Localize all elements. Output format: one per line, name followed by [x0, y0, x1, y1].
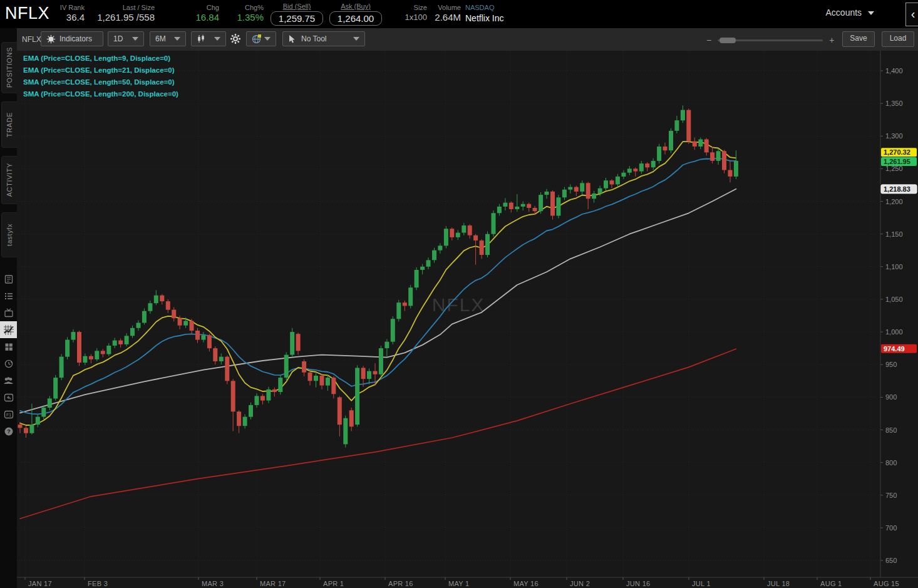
svg-text:1,100: 1,100 — [885, 263, 903, 271]
svg-text:1,350: 1,350 — [885, 100, 903, 107]
svg-text:MAR 17: MAR 17 — [260, 580, 286, 587]
exchange-block: NASDAQ Netflix Inc — [465, 4, 503, 23]
exchange-name: NASDAQ — [465, 4, 503, 11]
legend-sma200[interactable]: SMA (Price=CLOSE, Length=200, Displace=0… — [23, 88, 178, 100]
price-label-ema9: 1,270.32 — [881, 148, 917, 157]
help-icon[interactable]: ? — [0, 423, 17, 440]
sidebar-tab-activity-label: ACTIVITY — [6, 163, 13, 197]
zoom-slider[interactable] — [718, 39, 823, 41]
chart-icon[interactable] — [0, 321, 17, 338]
journal-icon[interactable] — [0, 271, 17, 287]
zoom-control: − + — [706, 35, 834, 45]
legend-ema9[interactable]: EMA (Price=CLOSE, Length=9, Displace=0) — [23, 53, 178, 64]
volume-value: 2.64M — [430, 11, 461, 24]
chg-label: Chg — [182, 4, 219, 11]
list-icon[interactable] — [0, 287, 17, 304]
sma50-line — [20, 189, 736, 413]
chevron-down-icon — [132, 37, 138, 41]
svg-text:JUN 16: JUN 16 — [626, 580, 650, 587]
load-button[interactable]: Load — [882, 31, 914, 47]
chg-pct-value: 1.35% — [226, 11, 264, 24]
toolbar-symbol: NFLX — [22, 35, 41, 44]
sidebar-tab-activity[interactable]: ACTIVITY — [1, 156, 17, 204]
f1-icon[interactable]: F1 — [0, 406, 17, 423]
range-dropdown[interactable]: 6M — [150, 31, 186, 46]
candles-layer — [18, 105, 738, 447]
drawing-tool-value: No Tool — [301, 34, 326, 43]
chevron-down-icon — [868, 11, 874, 15]
bid-sell-button[interactable]: 1,259.75 — [271, 11, 323, 26]
sidebar-tab-tastyfx[interactable]: tastyfx — [1, 212, 17, 257]
company-name: Netflix Inc — [465, 13, 503, 23]
last-size-value: 1,261.95 /558 — [94, 11, 155, 24]
svg-text:650: 650 — [885, 557, 897, 564]
svg-text:750: 750 — [885, 492, 897, 499]
timeframe-dropdown[interactable]: 1D — [108, 31, 144, 46]
grid-icon[interactable] — [0, 338, 17, 355]
svg-text:AUG 15: AUG 15 — [874, 580, 899, 587]
ask-buy-button[interactable]: 1,264.00 — [329, 11, 382, 26]
last-size-label: Last / Size — [94, 4, 155, 11]
accounts-label: Accounts — [826, 8, 862, 18]
volume-column: Volume 2.64M — [430, 4, 461, 24]
undo-icon[interactable] — [0, 389, 17, 406]
history-icon[interactable] — [0, 355, 17, 372]
svg-text:1,300: 1,300 — [885, 132, 903, 140]
bid-label: Bid (Sell) — [268, 3, 326, 10]
svg-text:F1: F1 — [6, 413, 11, 417]
candlestick-chart-canvas[interactable]: 6507007508008509009501,0001,0501,1001,15… — [17, 51, 918, 588]
svg-text:AUG 1: AUG 1 — [820, 580, 842, 587]
people-icon[interactable] — [0, 372, 17, 389]
iv-rank-column: IV Rank 36.4 — [44, 4, 85, 24]
indicators-label: Indicators — [59, 34, 92, 43]
svg-text:JAN 17: JAN 17 — [28, 580, 52, 587]
svg-text:800: 800 — [885, 459, 897, 467]
svg-text:1,270.32: 1,270.32 — [884, 148, 910, 156]
svg-text:1,200: 1,200 — [885, 198, 903, 205]
yellow-badge — [258, 34, 261, 38]
compare-dropdown[interactable] — [246, 31, 276, 46]
svg-text:MAY 1: MAY 1 — [448, 580, 470, 587]
svg-text:950: 950 — [885, 361, 897, 368]
iv-rank-label: IV Rank — [44, 4, 85, 11]
legend-ema21[interactable]: EMA (Price=CLOSE, Length=21, Displace=0) — [23, 64, 178, 76]
monitor-icon[interactable] — [0, 304, 17, 321]
chevron-down-icon — [264, 37, 271, 41]
chart-settings-button[interactable] — [230, 33, 241, 47]
sidebar-tab-trade-label: TRADE — [6, 112, 13, 137]
svg-text:JUN 2: JUN 2 — [570, 580, 590, 587]
svg-text:1,000: 1,000 — [885, 328, 903, 336]
chg-pct-label: Chg% — [226, 4, 264, 11]
legend-sma50[interactable]: SMA (Price=CLOSE, Length=50, Displace=0) — [23, 76, 178, 88]
sidebar-tab-positions[interactable]: POSITIONS — [1, 42, 17, 93]
chg-pct-column: Chg% 1.35% — [226, 4, 264, 24]
symbol-title: NFLX — [5, 4, 49, 23]
chevron-left-icon: ‹ — [911, 7, 915, 21]
svg-text:MAR 3: MAR 3 — [202, 580, 224, 587]
svg-text:1,261.95: 1,261.95 — [884, 158, 910, 165]
svg-text:JUL 1: JUL 1 — [692, 580, 711, 587]
collapse-panel-button[interactable]: ‹ — [905, 3, 918, 26]
timeframe-value: 1D — [113, 34, 123, 43]
zoom-out-button[interactable]: − — [706, 35, 711, 45]
chg-column: Chg 16.84 — [182, 4, 219, 24]
chg-value: 16.84 — [182, 11, 219, 24]
chevron-down-icon — [174, 37, 180, 41]
indicators-button[interactable]: Indicators — [41, 31, 103, 46]
zoom-slider-handle[interactable] — [719, 38, 736, 43]
sidebar-tab-trade[interactable]: TRADE — [1, 101, 17, 148]
drawing-tool-dropdown[interactable]: No Tool — [282, 31, 365, 46]
globe-icon — [252, 34, 262, 44]
chart-type-dropdown[interactable] — [191, 31, 226, 46]
price-label-last: 1,261.95 — [881, 157, 917, 166]
svg-text:1,400: 1,400 — [885, 67, 903, 75]
accounts-dropdown[interactable]: Accounts — [826, 8, 874, 18]
save-button[interactable]: Save — [842, 31, 875, 47]
sidebar-tab-positions-label: POSITIONS — [6, 47, 13, 88]
zoom-in-button[interactable]: + — [829, 35, 834, 45]
chart-area[interactable]: EMA (Price=CLOSE, Length=9, Displace=0) … — [17, 51, 918, 588]
sma200-line — [20, 349, 736, 518]
volume-label: Volume — [430, 4, 461, 11]
quote-bar: NFLX IV Rank 36.4 Last / Size 1,261.95 /… — [0, 0, 918, 28]
sidebar-tab-tastyfx-label: tastyfx — [6, 224, 13, 246]
